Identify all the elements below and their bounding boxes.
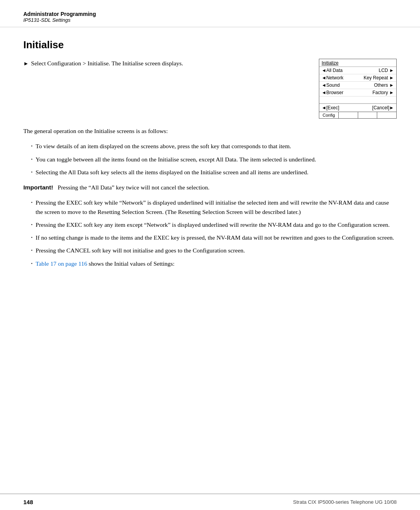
lcd-row-2: ◄Network Key Repeat ► [319, 74, 396, 82]
lcd-row-4-left: ◄Browser [322, 90, 343, 95]
detail-text-5: Table 17 on page 116 shows the Initial v… [36, 259, 397, 268]
detail-bullet-1: • Pressing the EXEC soft key while “Netw… [31, 198, 397, 216]
bullet-item-2: • You can toggle between all the items f… [31, 155, 397, 164]
detail-dot-1: • [31, 200, 33, 205]
lcd-row-1: ◄All Data LCD ► [319, 67, 396, 74]
footer-doc-title: Strata CIX IP5000-series Telephone UG 10… [293, 499, 397, 505]
bullet-text-2: You can toggle between all the items fou… [36, 155, 397, 164]
lcd-softkey-4 [377, 112, 396, 118]
lcd-row-3: ◄Sound Others ► [319, 82, 396, 89]
footer: 148 Strata CIX IP5000-series Telephone U… [0, 494, 420, 510]
bullet-dot-1: • [31, 143, 33, 149]
intro-text: ► Select Configuration > Initialise. The… [23, 59, 307, 68]
detail-dot-5: • [31, 261, 33, 266]
detail-bullet-5: • Table 17 on page 116 shows the Initial… [31, 259, 397, 268]
lcd-bottom-row: ◄[Exec] [Cancel]► [319, 103, 396, 112]
detail-bullet-2: • Pressing the EXEC soft key any item ex… [31, 220, 397, 229]
lcd-cancel: [Cancel]► [372, 105, 394, 110]
lcd-row-4-right: Factory ► [373, 90, 394, 95]
lcd-row-4: ◄Browser Factory ► [319, 89, 396, 96]
general-para: The general operation on the Initialise … [23, 126, 397, 135]
header: Administrator Programming IP5131-SDL Set… [0, 0, 420, 27]
bullet-item-3: • Selecting the All Data soft key select… [31, 168, 397, 177]
detail-dot-3: • [31, 235, 33, 240]
detail-text-2: Pressing the EXEC soft key any item exce… [36, 220, 397, 229]
detail-dot-4: • [31, 247, 33, 253]
intro-section: ► Select Configuration > Initialise. The… [23, 59, 397, 119]
bullet-list-2: • Pressing the EXEC soft key while “Netw… [31, 198, 397, 268]
lcd-row-1-right: LCD ► [379, 68, 394, 73]
lcd-row-3-left: ◄Sound [322, 82, 340, 88]
detail-bullet-4: • Pressing the CANCEL soft key will not … [31, 246, 397, 255]
important-label: Important! [23, 184, 53, 191]
bullet-dot-2: • [31, 156, 33, 162]
detail-text-1: Pressing the EXEC soft key while “Networ… [36, 198, 397, 216]
lcd-softkey-config: Config [319, 112, 339, 118]
arrow-icon: ► [23, 60, 29, 68]
detail-text-4: Pressing the CANCEL soft key will not in… [36, 246, 397, 255]
detail-bullet-3: • If no setting change is made to the it… [31, 233, 397, 242]
lcd-exec: ◄[Exec] [322, 105, 339, 110]
lcd-softkey-row: Config [319, 112, 396, 118]
header-subtitle: IP5131-SDL Settings [23, 17, 397, 23]
important-text: Pressing the “All Data” key twice will n… [58, 184, 209, 191]
bullet-list-1: • To view details of an item displayed o… [31, 142, 397, 177]
bullet-item-1: • To view details of an item displayed o… [31, 142, 397, 151]
footer-page-number: 148 [23, 499, 33, 505]
detail-dot-2: • [31, 222, 33, 228]
header-title: Administrator Programming [23, 11, 397, 17]
main-content: Initialise ► Select Configuration > Init… [0, 27, 420, 494]
lcd-row-3-right: Others ► [374, 82, 394, 88]
lcd-title: Initialize [322, 60, 338, 66]
table-link[interactable]: Table 17 on page 116 [36, 260, 88, 267]
lcd-title-row: Initialize [319, 59, 396, 67]
lcd-row-2-right: Key Repeat ► [364, 75, 394, 81]
lcd-row-2-left: ◄Network [322, 75, 343, 81]
detail-text-5-suffix: shows the Initial values of Settings: [89, 260, 175, 267]
important-para: Important! Pressing the “All Data” key t… [23, 183, 397, 192]
intro-para: ► Select Configuration > Initialise. The… [23, 59, 307, 68]
lcd-softkey-3 [358, 112, 378, 118]
page-container: Administrator Programming IP5131-SDL Set… [0, 0, 420, 510]
bullet-text-1: To view details of an item displayed on … [36, 142, 397, 151]
lcd-screen: Initialize ◄All Data LCD ► ◄Network Key … [319, 59, 397, 119]
intro-step-text: Select Configuration > Initialise. The I… [31, 59, 183, 68]
detail-text-3: If no setting change is made to the item… [36, 233, 397, 242]
lcd-softkey-2 [339, 112, 358, 118]
page-title: Initialise [23, 39, 397, 51]
bullet-dot-3: • [31, 169, 33, 175]
bullet-text-3: Selecting the All Data soft key selects … [36, 168, 397, 177]
lcd-row-1-left: ◄All Data [322, 68, 343, 73]
